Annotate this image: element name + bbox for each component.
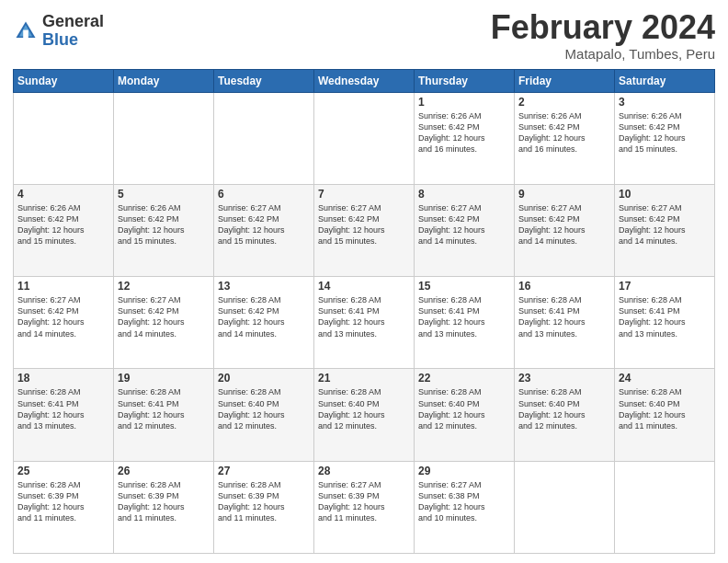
calendar-cell: 23Sunrise: 6:28 AMSunset: 6:40 PMDayligh…	[515, 369, 615, 461]
calendar-cell: 1Sunrise: 6:26 AMSunset: 6:42 PMDaylight…	[415, 92, 515, 184]
calendar-cell: 28Sunrise: 6:27 AMSunset: 6:39 PMDayligh…	[314, 461, 415, 553]
day-number: 12	[118, 280, 210, 293]
svg-rect-2	[23, 29, 28, 37]
header: General Blue February 2024 Matapalo, Tum…	[13, 9, 715, 62]
day-number: 2	[518, 96, 610, 109]
calendar-cell: 25Sunrise: 6:28 AMSunset: 6:39 PMDayligh…	[14, 461, 114, 553]
logo-icon	[13, 18, 39, 44]
day-number: 8	[418, 188, 510, 201]
day-number: 27	[218, 465, 310, 477]
day-info: Sunrise: 6:26 AMSunset: 6:42 PMDaylight:…	[17, 202, 109, 247]
calendar-cell	[14, 92, 114, 184]
logo: General Blue	[13, 13, 104, 50]
day-number: 11	[17, 280, 109, 293]
calendar-cell: 18Sunrise: 6:28 AMSunset: 6:41 PMDayligh…	[14, 369, 114, 461]
calendar-cell: 2Sunrise: 6:26 AMSunset: 6:42 PMDaylight…	[515, 92, 615, 184]
title-block: February 2024 Matapalo, Tumbes, Peru	[491, 9, 715, 62]
day-number: 22	[418, 372, 510, 385]
calendar-day-header: Monday	[114, 69, 214, 92]
calendar-cell: 5Sunrise: 6:26 AMSunset: 6:42 PMDaylight…	[114, 184, 214, 276]
title-month: February 2024	[491, 9, 715, 46]
calendar-day-header: Saturday	[615, 69, 715, 92]
day-number: 25	[17, 465, 109, 477]
day-info: Sunrise: 6:28 AMSunset: 6:41 PMDaylight:…	[318, 294, 410, 339]
calendar-cell: 9Sunrise: 6:27 AMSunset: 6:42 PMDaylight…	[515, 184, 615, 276]
day-info: Sunrise: 6:28 AMSunset: 6:40 PMDaylight:…	[218, 386, 310, 431]
calendar-cell: 20Sunrise: 6:28 AMSunset: 6:40 PMDayligh…	[214, 369, 314, 461]
day-info: Sunrise: 6:27 AMSunset: 6:42 PMDaylight:…	[518, 202, 610, 247]
calendar-cell	[114, 92, 214, 184]
calendar-cell	[515, 461, 615, 553]
calendar-week-row: 25Sunrise: 6:28 AMSunset: 6:39 PMDayligh…	[14, 461, 715, 553]
day-number: 5	[118, 188, 210, 201]
day-info: Sunrise: 6:27 AMSunset: 6:42 PMDaylight:…	[118, 294, 210, 339]
calendar-cell: 14Sunrise: 6:28 AMSunset: 6:41 PMDayligh…	[314, 277, 415, 369]
day-info: Sunrise: 6:28 AMSunset: 6:41 PMDaylight:…	[118, 386, 210, 431]
day-number: 19	[118, 372, 210, 385]
calendar-cell: 19Sunrise: 6:28 AMSunset: 6:41 PMDayligh…	[114, 369, 214, 461]
calendar-day-header: Thursday	[415, 69, 515, 92]
calendar-week-row: 1Sunrise: 6:26 AMSunset: 6:42 PMDaylight…	[14, 92, 715, 184]
calendar-cell: 24Sunrise: 6:28 AMSunset: 6:40 PMDayligh…	[615, 369, 715, 461]
day-info: Sunrise: 6:28 AMSunset: 6:40 PMDaylight:…	[418, 386, 510, 431]
calendar-cell: 22Sunrise: 6:28 AMSunset: 6:40 PMDayligh…	[415, 369, 515, 461]
day-number: 6	[218, 188, 310, 201]
day-number: 29	[418, 465, 510, 477]
day-info: Sunrise: 6:28 AMSunset: 6:39 PMDaylight:…	[17, 479, 109, 524]
calendar-cell: 21Sunrise: 6:28 AMSunset: 6:40 PMDayligh…	[314, 369, 415, 461]
calendar-cell: 26Sunrise: 6:28 AMSunset: 6:39 PMDayligh…	[114, 461, 214, 553]
calendar-day-header: Tuesday	[214, 69, 314, 92]
day-number: 14	[318, 280, 410, 293]
day-info: Sunrise: 6:28 AMSunset: 6:41 PMDaylight:…	[619, 294, 711, 339]
day-info: Sunrise: 6:28 AMSunset: 6:39 PMDaylight:…	[118, 479, 210, 524]
calendar-cell: 15Sunrise: 6:28 AMSunset: 6:41 PMDayligh…	[415, 277, 515, 369]
day-number: 4	[17, 188, 109, 201]
logo-blue: Blue	[42, 31, 104, 50]
calendar-cell: 11Sunrise: 6:27 AMSunset: 6:42 PMDayligh…	[14, 277, 114, 369]
day-info: Sunrise: 6:28 AMSunset: 6:40 PMDaylight:…	[619, 386, 711, 431]
calendar-cell: 8Sunrise: 6:27 AMSunset: 6:42 PMDaylight…	[415, 184, 515, 276]
day-number: 1	[418, 96, 510, 109]
day-number: 13	[218, 280, 310, 293]
day-info: Sunrise: 6:27 AMSunset: 6:38 PMDaylight:…	[418, 479, 510, 524]
calendar-cell: 4Sunrise: 6:26 AMSunset: 6:42 PMDaylight…	[14, 184, 114, 276]
calendar-cell: 7Sunrise: 6:27 AMSunset: 6:42 PMDaylight…	[314, 184, 415, 276]
calendar-cell	[214, 92, 314, 184]
day-number: 10	[619, 188, 711, 201]
day-number: 9	[518, 188, 610, 201]
day-info: Sunrise: 6:28 AMSunset: 6:40 PMDaylight:…	[518, 386, 610, 431]
page: General Blue February 2024 Matapalo, Tum…	[0, 0, 728, 563]
day-info: Sunrise: 6:27 AMSunset: 6:42 PMDaylight:…	[418, 202, 510, 247]
title-location: Matapalo, Tumbes, Peru	[491, 46, 715, 62]
calendar-cell	[314, 92, 415, 184]
day-info: Sunrise: 6:26 AMSunset: 6:42 PMDaylight:…	[418, 110, 510, 155]
calendar-day-header: Friday	[515, 69, 615, 92]
day-number: 15	[418, 280, 510, 293]
calendar-cell: 29Sunrise: 6:27 AMSunset: 6:38 PMDayligh…	[415, 461, 515, 553]
day-number: 7	[318, 188, 410, 201]
day-info: Sunrise: 6:26 AMSunset: 6:42 PMDaylight:…	[619, 110, 711, 155]
logo-text: General Blue	[42, 13, 104, 50]
calendar-cell: 3Sunrise: 6:26 AMSunset: 6:42 PMDaylight…	[615, 92, 715, 184]
logo-general: General	[42, 13, 104, 31]
calendar-cell: 13Sunrise: 6:28 AMSunset: 6:42 PMDayligh…	[214, 277, 314, 369]
day-info: Sunrise: 6:28 AMSunset: 6:41 PMDaylight:…	[518, 294, 610, 339]
day-info: Sunrise: 6:26 AMSunset: 6:42 PMDaylight:…	[518, 110, 610, 155]
day-info: Sunrise: 6:28 AMSunset: 6:41 PMDaylight:…	[418, 294, 510, 339]
day-info: Sunrise: 6:28 AMSunset: 6:42 PMDaylight:…	[218, 294, 310, 339]
day-info: Sunrise: 6:28 AMSunset: 6:41 PMDaylight:…	[17, 386, 109, 431]
calendar-cell: 10Sunrise: 6:27 AMSunset: 6:42 PMDayligh…	[615, 184, 715, 276]
day-number: 20	[218, 372, 310, 385]
day-info: Sunrise: 6:27 AMSunset: 6:42 PMDaylight:…	[318, 202, 410, 247]
calendar-day-header: Sunday	[14, 69, 114, 92]
calendar-cell: 27Sunrise: 6:28 AMSunset: 6:39 PMDayligh…	[214, 461, 314, 553]
calendar-day-header: Wednesday	[314, 69, 415, 92]
calendar-week-row: 11Sunrise: 6:27 AMSunset: 6:42 PMDayligh…	[14, 277, 715, 369]
calendar-header-row: SundayMondayTuesdayWednesdayThursdayFrid…	[14, 69, 715, 92]
calendar-cell	[615, 461, 715, 553]
calendar-cell: 17Sunrise: 6:28 AMSunset: 6:41 PMDayligh…	[615, 277, 715, 369]
calendar-table: SundayMondayTuesdayWednesdayThursdayFrid…	[13, 69, 715, 554]
day-info: Sunrise: 6:28 AMSunset: 6:39 PMDaylight:…	[218, 479, 310, 524]
day-info: Sunrise: 6:26 AMSunset: 6:42 PMDaylight:…	[118, 202, 210, 247]
day-number: 18	[17, 372, 109, 385]
